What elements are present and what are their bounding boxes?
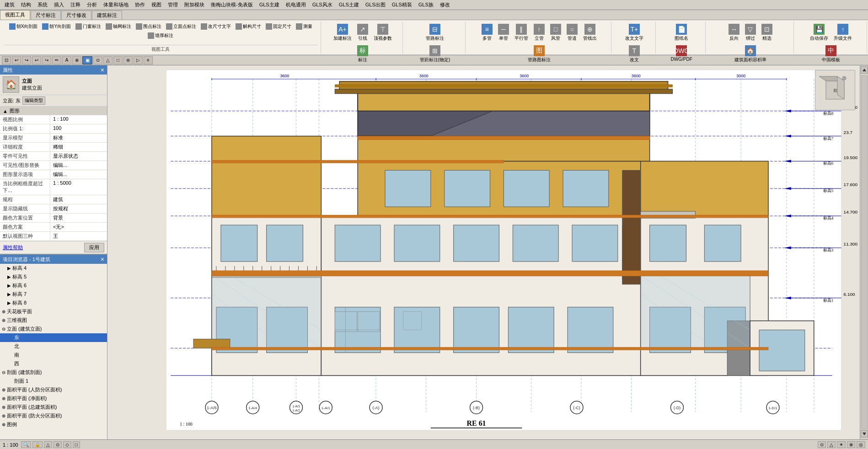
btn-duct[interactable]: □ 风管 bbox=[548, 22, 563, 43]
btn-precise-select[interactable]: ⊡ 精选 bbox=[759, 22, 775, 43]
menu-item-architecture[interactable]: 建筑 bbox=[2, 0, 17, 9]
status-btn-view2[interactable]: △ bbox=[827, 441, 836, 448]
pb-item-level4[interactable]: ▶ 标高 4 bbox=[0, 264, 107, 273]
ribbon-tab-view-tools[interactable]: 视图工具 bbox=[0, 10, 30, 20]
qa-btn-14[interactable]: ≡ bbox=[144, 56, 153, 64]
pb-item-area-firedef[interactable]: ⊕ 面积平面 (人防分区面积) bbox=[0, 385, 107, 394]
btn-autosave[interactable]: 💾 自动保存 bbox=[808, 22, 830, 43]
qa-btn-4[interactable]: ↩ bbox=[32, 56, 41, 64]
pb-item-section1[interactable]: 剖面 1 bbox=[0, 377, 107, 385]
btn-modify-dim-text[interactable]: 改尺寸文字 bbox=[199, 22, 233, 31]
pb-item-section[interactable]: ⊖ 剖面 (建筑剖面) bbox=[0, 368, 107, 377]
qa-btn-11[interactable]: □ bbox=[113, 56, 123, 64]
menu-item-insert[interactable]: 插入 bbox=[51, 0, 67, 9]
menu-item-system[interactable]: 系统 bbox=[35, 0, 50, 9]
pb-item-area-net[interactable]: ⊕ 面积平面 (净面积) bbox=[0, 394, 107, 403]
btn-mark[interactable]: 标 标注 bbox=[355, 44, 370, 64]
nav-cube[interactable]: 前 bbox=[815, 70, 855, 110]
btn-edit-text[interactable]: T 改文 bbox=[627, 44, 642, 64]
status-btn-view3[interactable]: ☀ bbox=[837, 441, 846, 448]
btn-top-view-param[interactable]: ⊤ 顶视参数 bbox=[371, 22, 394, 43]
btn-reverse[interactable]: ↔ 反向 bbox=[726, 22, 742, 43]
btn-pipe-out[interactable]: ⊕ 管线出 bbox=[581, 22, 599, 43]
qa-btn-13[interactable]: ▷ bbox=[134, 56, 143, 64]
btn-multi-pipe[interactable]: ≡ 多管 bbox=[479, 22, 495, 43]
prop-val-scale-val[interactable]: 100 bbox=[50, 124, 107, 133]
qa-btn-1[interactable]: ⊡ bbox=[2, 56, 11, 64]
qa-btn-9[interactable]: ⊙ bbox=[93, 56, 102, 64]
menu-item-addins[interactable]: 附加模块 bbox=[182, 0, 207, 9]
prop-val-detail-level[interactable]: 稀细 bbox=[50, 143, 107, 151]
qa-btn-2[interactable]: ↩ bbox=[12, 56, 21, 64]
status-btn-circle[interactable]: ⊙ bbox=[54, 441, 62, 448]
prop-val-discipline[interactable]: 建筑 bbox=[50, 195, 107, 204]
status-btn-view1[interactable]: ⊙ bbox=[818, 441, 826, 448]
pb-item-south[interactable]: 南 bbox=[0, 351, 107, 359]
pb-item-area-fire[interactable]: ⊕ 面积平面 (防火分区面积) bbox=[0, 412, 107, 420]
status-btn-zoom[interactable]: 🔍 bbox=[21, 441, 31, 448]
menu-item-gls-civil[interactable]: GLS土建 bbox=[336, 0, 362, 9]
menu-item-gls-family[interactable]: GLS族 bbox=[416, 0, 436, 9]
drawing-area[interactable]: 前 bbox=[107, 65, 868, 439]
btn-point-mark[interactable]: 围点标注 bbox=[134, 22, 163, 31]
prop-val-display-model[interactable]: 标准 bbox=[50, 134, 107, 142]
btn-modify-text[interactable]: T+ 改文文字 bbox=[623, 22, 646, 43]
btn-section-x[interactable]: 朝X向剖面 bbox=[7, 22, 40, 31]
btn-pipe-mark[interactable]: ⊟ 管路标注 bbox=[423, 22, 446, 43]
status-btn-view5[interactable]: ◎ bbox=[857, 441, 865, 448]
status-btn-square[interactable]: □ bbox=[73, 441, 80, 448]
pb-item-east[interactable]: 东 bbox=[0, 333, 107, 342]
btn-sheet-name[interactable]: 📄 图纸名 bbox=[672, 22, 691, 43]
qa-btn-select[interactable]: ▣ bbox=[82, 56, 92, 64]
menu-item-manage[interactable]: 管理 bbox=[165, 0, 181, 9]
menu-item-structure[interactable]: 结构 bbox=[18, 0, 34, 9]
prop-val-default-view[interactable]: 王 bbox=[50, 232, 107, 241]
qa-btn-8[interactable]: ⊕ bbox=[72, 56, 81, 64]
prop-val-hidden-lines[interactable]: 按规程 bbox=[50, 204, 107, 213]
menu-item-collaborate[interactable]: 协作 bbox=[132, 0, 148, 9]
btn-fix-dim[interactable]: 固定尺寸 bbox=[264, 22, 293, 31]
btn-upgrade[interactable]: ↑ 升级文件 bbox=[831, 22, 854, 43]
qa-btn-12[interactable]: ⊚ bbox=[123, 56, 133, 64]
btn-cn-template[interactable]: 中 中国模板 bbox=[820, 44, 842, 64]
menu-item-gls-main[interactable]: GLS主建 bbox=[257, 0, 282, 9]
pb-item-level5[interactable]: ▶ 标高 5 bbox=[0, 273, 107, 281]
prop-val-scale[interactable]: 1 : 100 bbox=[50, 115, 107, 124]
pb-item-3d-view[interactable]: ⊕ 三维视图 bbox=[0, 316, 107, 325]
menu-item-gls-drawing[interactable]: GLS出图 bbox=[363, 0, 388, 9]
qa-btn-10[interactable]: △ bbox=[103, 56, 113, 64]
qa-btn-6[interactable]: ✏ bbox=[52, 56, 61, 64]
btn-riser[interactable]: ↑ 立管 bbox=[531, 22, 547, 43]
btn-break-dim[interactable]: 解构尺寸 bbox=[234, 22, 263, 31]
pb-item-level6[interactable]: ▶ 标高 6 bbox=[0, 281, 107, 290]
btn-door-win-mark[interactable]: 门窗标注 bbox=[74, 22, 103, 31]
menu-item-massing[interactable]: 体量和场地 bbox=[101, 0, 131, 9]
pb-item-legend[interactable]: ⊕ 图例 bbox=[0, 420, 107, 429]
props-apply-btn[interactable]: 应用 bbox=[84, 243, 104, 252]
btn-conduit[interactable]: ○ 管道 bbox=[564, 22, 580, 43]
scroll-track[interactable] bbox=[861, 75, 868, 429]
status-btn-view4[interactable]: ⊕ bbox=[847, 441, 855, 448]
menu-item-gls-fengshui[interactable]: GLS风水 bbox=[310, 0, 335, 9]
menu-item-modify[interactable]: 修改 bbox=[437, 0, 453, 9]
prop-val-color-scheme-pos[interactable]: 背景 bbox=[50, 214, 107, 222]
prop-val-color-scheme[interactable]: <无> bbox=[50, 223, 107, 231]
pb-item-area-total[interactable]: ⊕ 面积平面 (总建筑面积) bbox=[0, 403, 107, 412]
btn-dwg-pdf[interactable]: DWG DWG/PDF bbox=[669, 44, 695, 63]
scroll-up-btn[interactable] bbox=[861, 66, 868, 74]
btn-wall-thickness[interactable]: 墙厚标注 bbox=[146, 32, 175, 40]
prop-val-vis-graphics[interactable]: 编辑... bbox=[50, 161, 107, 170]
btn-select-location[interactable]: 🏠 建筑面积容积率 bbox=[732, 44, 769, 64]
ribbon-tab-dim[interactable]: 尺寸标注 bbox=[31, 11, 61, 20]
pb-item-north[interactable]: 北 bbox=[0, 342, 107, 351]
status-btn-lock[interactable]: 🔒 bbox=[32, 441, 43, 448]
qa-btn-5[interactable]: ↪ bbox=[42, 56, 51, 64]
ribbon-tab-arch-annot[interactable]: 建筑标注 bbox=[92, 11, 122, 20]
btn-pipe-chart[interactable]: 图 管路图标注 bbox=[525, 44, 553, 64]
project-browser-close-btn[interactable]: × bbox=[101, 256, 104, 263]
btn-measure[interactable]: 测量 bbox=[294, 22, 314, 31]
prop-val-parts-vis[interactable]: 显示原状态 bbox=[50, 152, 107, 160]
qa-btn-7[interactable]: A bbox=[62, 56, 71, 64]
btn-single-pipe[interactable]: ─ 单管 bbox=[496, 22, 511, 43]
pb-item-west[interactable]: 西 bbox=[0, 359, 107, 368]
